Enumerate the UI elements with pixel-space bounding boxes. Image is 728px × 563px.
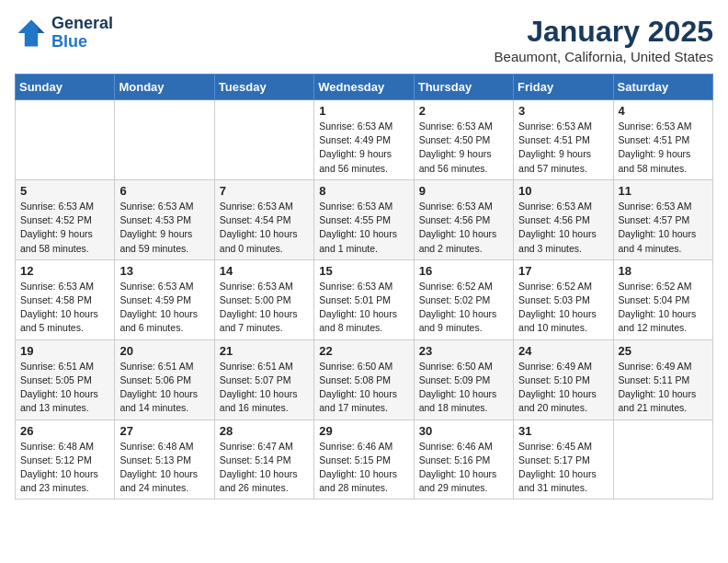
calendar-cell: 14Sunrise: 6:53 AM Sunset: 5:00 PM Dayli… — [214, 259, 313, 339]
weekday-header-saturday: Saturday — [613, 75, 712, 100]
day-number: 13 — [119, 264, 209, 278]
day-info: Sunrise: 6:53 AM Sunset: 5:01 PM Dayligh… — [319, 280, 408, 336]
day-info: Sunrise: 6:53 AM Sunset: 4:55 PM Dayligh… — [319, 200, 408, 256]
day-number: 16 — [419, 264, 508, 278]
calendar-week-5: 26Sunrise: 6:48 AM Sunset: 5:12 PM Dayli… — [16, 419, 713, 500]
calendar-cell — [115, 100, 214, 180]
day-number: 1 — [319, 104, 408, 118]
logo-blue: Blue — [51, 33, 113, 52]
calendar-cell: 1Sunrise: 6:53 AM Sunset: 4:49 PM Daylig… — [314, 100, 414, 180]
calendar-cell: 9Sunrise: 6:53 AM Sunset: 4:56 PM Daylig… — [414, 179, 513, 259]
day-info: Sunrise: 6:51 AM Sunset: 5:06 PM Dayligh… — [119, 360, 209, 416]
day-info: Sunrise: 6:45 AM Sunset: 5:17 PM Dayligh… — [518, 440, 608, 496]
day-number: 5 — [20, 184, 109, 198]
day-info: Sunrise: 6:53 AM Sunset: 4:51 PM Dayligh… — [518, 120, 608, 176]
calendar-cell: 26Sunrise: 6:48 AM Sunset: 5:12 PM Dayli… — [16, 419, 115, 500]
day-number: 6 — [119, 184, 209, 198]
calendar-cell: 11Sunrise: 6:53 AM Sunset: 4:57 PM Dayli… — [613, 179, 712, 259]
day-info: Sunrise: 6:53 AM Sunset: 4:53 PM Dayligh… — [119, 200, 209, 256]
day-number: 9 — [419, 184, 508, 198]
calendar-week-2: 5Sunrise: 6:53 AM Sunset: 4:52 PM Daylig… — [16, 179, 713, 259]
calendar-week-4: 19Sunrise: 6:51 AM Sunset: 5:05 PM Dayli… — [16, 339, 713, 419]
calendar-cell: 24Sunrise: 6:49 AM Sunset: 5:10 PM Dayli… — [514, 339, 613, 419]
day-number: 2 — [419, 104, 508, 118]
day-number: 3 — [518, 104, 608, 118]
day-number: 29 — [319, 424, 408, 438]
calendar-cell: 5Sunrise: 6:53 AM Sunset: 4:52 PM Daylig… — [16, 179, 115, 259]
day-number: 26 — [20, 424, 109, 438]
day-info: Sunrise: 6:51 AM Sunset: 5:05 PM Dayligh… — [20, 360, 109, 416]
calendar-cell: 17Sunrise: 6:52 AM Sunset: 5:03 PM Dayli… — [514, 259, 613, 339]
calendar-cell: 15Sunrise: 6:53 AM Sunset: 5:01 PM Dayli… — [314, 259, 414, 339]
calendar-cell: 7Sunrise: 6:53 AM Sunset: 4:54 PM Daylig… — [214, 179, 313, 259]
page-header: General Blue January 2025 Beaumont, Cali… — [15, 15, 713, 64]
day-number: 21 — [220, 344, 309, 358]
calendar-cell: 12Sunrise: 6:53 AM Sunset: 4:58 PM Dayli… — [16, 259, 115, 339]
day-number: 22 — [319, 344, 408, 358]
calendar-cell: 30Sunrise: 6:46 AM Sunset: 5:16 PM Dayli… — [414, 419, 513, 500]
day-number: 4 — [619, 104, 708, 118]
day-number: 20 — [119, 344, 209, 358]
day-info: Sunrise: 6:48 AM Sunset: 5:13 PM Dayligh… — [119, 440, 209, 496]
day-info: Sunrise: 6:50 AM Sunset: 5:09 PM Dayligh… — [419, 360, 508, 416]
day-info: Sunrise: 6:52 AM Sunset: 5:03 PM Dayligh… — [518, 280, 608, 336]
weekday-header-wednesday: Wednesday — [314, 75, 414, 100]
day-info: Sunrise: 6:53 AM Sunset: 4:57 PM Dayligh… — [619, 200, 708, 256]
day-info: Sunrise: 6:53 AM Sunset: 4:52 PM Dayligh… — [20, 200, 109, 256]
calendar-cell: 19Sunrise: 6:51 AM Sunset: 5:05 PM Dayli… — [16, 339, 115, 419]
calendar-cell: 23Sunrise: 6:50 AM Sunset: 5:09 PM Dayli… — [414, 339, 513, 419]
weekday-header-sunday: Sunday — [16, 75, 115, 100]
calendar-cell: 25Sunrise: 6:49 AM Sunset: 5:11 PM Dayli… — [613, 339, 712, 419]
calendar-table: SundayMondayTuesdayWednesdayThursdayFrid… — [15, 74, 713, 500]
day-info: Sunrise: 6:51 AM Sunset: 5:07 PM Dayligh… — [220, 360, 309, 416]
day-info: Sunrise: 6:53 AM Sunset: 4:56 PM Dayligh… — [419, 200, 508, 256]
logo-icon — [15, 17, 48, 50]
calendar-cell: 6Sunrise: 6:53 AM Sunset: 4:53 PM Daylig… — [115, 179, 214, 259]
calendar-cell — [16, 100, 115, 180]
location: Beaumont, California, United States — [495, 49, 713, 64]
day-info: Sunrise: 6:48 AM Sunset: 5:12 PM Dayligh… — [20, 440, 109, 496]
day-info: Sunrise: 6:46 AM Sunset: 5:16 PM Dayligh… — [419, 440, 508, 496]
calendar-cell: 29Sunrise: 6:46 AM Sunset: 5:15 PM Dayli… — [314, 419, 414, 500]
day-number: 17 — [518, 264, 608, 278]
calendar-cell — [613, 419, 712, 500]
day-info: Sunrise: 6:52 AM Sunset: 5:02 PM Dayligh… — [419, 280, 508, 336]
calendar-cell: 4Sunrise: 6:53 AM Sunset: 4:51 PM Daylig… — [613, 100, 712, 180]
day-info: Sunrise: 6:53 AM Sunset: 5:00 PM Dayligh… — [220, 280, 309, 336]
day-number: 30 — [419, 424, 508, 438]
day-info: Sunrise: 6:50 AM Sunset: 5:08 PM Dayligh… — [319, 360, 408, 416]
weekday-header-thursday: Thursday — [414, 75, 513, 100]
calendar-cell: 31Sunrise: 6:45 AM Sunset: 5:17 PM Dayli… — [514, 419, 613, 500]
calendar-cell: 28Sunrise: 6:47 AM Sunset: 5:14 PM Dayli… — [214, 419, 313, 500]
day-number: 8 — [319, 184, 408, 198]
day-number: 27 — [119, 424, 209, 438]
calendar-cell: 8Sunrise: 6:53 AM Sunset: 4:55 PM Daylig… — [314, 179, 414, 259]
weekday-header-friday: Friday — [514, 75, 613, 100]
day-number: 7 — [220, 184, 309, 198]
calendar-cell: 22Sunrise: 6:50 AM Sunset: 5:08 PM Dayli… — [314, 339, 414, 419]
day-number: 23 — [419, 344, 508, 358]
day-number: 31 — [518, 424, 608, 438]
calendar-cell: 10Sunrise: 6:53 AM Sunset: 4:56 PM Dayli… — [514, 179, 613, 259]
calendar-week-1: 1Sunrise: 6:53 AM Sunset: 4:49 PM Daylig… — [16, 100, 713, 180]
day-info: Sunrise: 6:52 AM Sunset: 5:04 PM Dayligh… — [619, 280, 708, 336]
calendar-cell — [214, 100, 313, 180]
calendar-cell: 16Sunrise: 6:52 AM Sunset: 5:02 PM Dayli… — [414, 259, 513, 339]
day-info: Sunrise: 6:47 AM Sunset: 5:14 PM Dayligh… — [220, 440, 309, 496]
day-number: 10 — [518, 184, 608, 198]
day-info: Sunrise: 6:53 AM Sunset: 4:58 PM Dayligh… — [20, 280, 109, 336]
calendar-week-3: 12Sunrise: 6:53 AM Sunset: 4:58 PM Dayli… — [16, 259, 713, 339]
day-info: Sunrise: 6:53 AM Sunset: 4:51 PM Dayligh… — [619, 120, 708, 176]
weekday-header-row: SundayMondayTuesdayWednesdayThursdayFrid… — [16, 75, 713, 100]
weekday-header-monday: Monday — [115, 75, 214, 100]
month-title: January 2025 — [495, 15, 713, 49]
calendar-cell: 2Sunrise: 6:53 AM Sunset: 4:50 PM Daylig… — [414, 100, 513, 180]
calendar-cell: 20Sunrise: 6:51 AM Sunset: 5:06 PM Dayli… — [115, 339, 214, 419]
day-info: Sunrise: 6:46 AM Sunset: 5:15 PM Dayligh… — [319, 440, 408, 496]
day-number: 18 — [619, 264, 708, 278]
day-info: Sunrise: 6:49 AM Sunset: 5:11 PM Dayligh… — [619, 360, 708, 416]
day-number: 15 — [319, 264, 408, 278]
day-number: 25 — [619, 344, 708, 358]
day-number: 19 — [20, 344, 109, 358]
day-info: Sunrise: 6:53 AM Sunset: 4:59 PM Dayligh… — [119, 280, 209, 336]
